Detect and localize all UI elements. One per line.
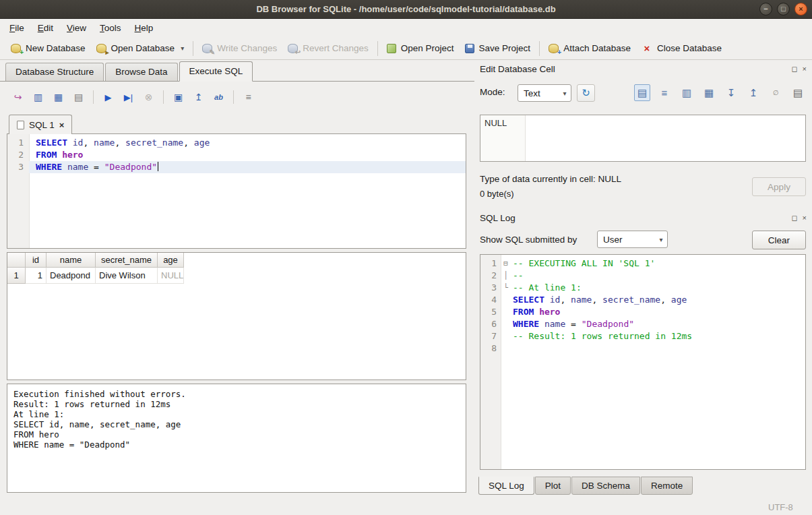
attach-database-button[interactable]: + Attach Database	[543, 40, 636, 57]
close-dock-icon[interactable]: ×	[803, 214, 807, 222]
main-toolbar: + New Database ▸ Open Database ▾ ✎ Write…	[0, 37, 812, 60]
undock-icon[interactable]: ◻	[791, 65, 797, 73]
open-database-icon: ▸	[96, 44, 106, 53]
undock-icon[interactable]: ◻	[791, 214, 797, 222]
print-button[interactable]: ▤	[70, 89, 87, 106]
close-tab-icon[interactable]: ×	[59, 120, 65, 130]
cell-name[interactable]: Deadpond	[46, 268, 96, 284]
sql-tab-label: SQL 1	[29, 120, 55, 130]
execute-all-button[interactable]: ▶	[100, 89, 117, 106]
column-header-age[interactable]: age	[158, 253, 184, 268]
execute-all-icon: ▶	[105, 92, 112, 102]
chevron-down-icon: ▾	[559, 90, 571, 97]
sql-editor[interactable]: 1SELECT id, name, secret_name, age2FROM …	[7, 134, 466, 249]
find-replace-button[interactable]: ab	[210, 89, 227, 106]
log-filter-select[interactable]: User ▾	[597, 231, 668, 248]
column-header-id[interactable]: id	[26, 253, 46, 268]
save-project-label: Save Project	[479, 43, 531, 53]
row-number[interactable]: 1	[7, 268, 26, 284]
tab-sql-1[interactable]: SQL 1 ×	[9, 115, 72, 134]
save-project-button[interactable]: Save Project	[460, 40, 536, 57]
open-sql-file-button[interactable]: ▥	[30, 89, 46, 106]
close-database-button[interactable]: × Close Database	[636, 40, 727, 57]
menu-help[interactable]: Help	[128, 20, 160, 36]
log-filter-label: Show SQL submitted by	[480, 235, 577, 245]
toolbar-separator	[539, 41, 540, 56]
new-database-icon: +	[11, 44, 21, 53]
write-changes-label: Write Changes	[217, 43, 277, 53]
text-mode-button[interactable]: ▤	[634, 84, 650, 101]
cell-age[interactable]: NULL	[158, 268, 184, 284]
auto-apply-button[interactable]: ↻	[577, 84, 595, 102]
menu-edit[interactable]: Edit	[31, 20, 60, 36]
word-wrap-icon: ≡	[662, 87, 668, 98]
apply-button: Apply	[752, 177, 806, 196]
format-sql-button[interactable]: ≡	[240, 89, 257, 106]
save-sql-file-button[interactable]: ▦	[50, 89, 67, 106]
menu-file[interactable]: File	[3, 20, 31, 36]
open-database-button[interactable]: ▸ Open Database ▾	[91, 40, 190, 57]
attach-database-icon: +	[549, 44, 559, 53]
cell-secret-name[interactable]: Dive Wilson	[96, 268, 158, 284]
code-line: 2FROM hero	[7, 149, 466, 161]
close-database-label: Close Database	[657, 43, 722, 53]
save-cell-button[interactable]: ▦	[701, 84, 717, 101]
results-corner	[7, 253, 26, 268]
minimize-button[interactable]: −	[759, 3, 772, 16]
export-cell-button[interactable]: ↥	[745, 84, 761, 101]
cell-id[interactable]: 1	[26, 268, 46, 284]
write-changes-icon: ✎	[202, 44, 212, 53]
table-row[interactable]: 1 1 Deadpond Dive Wilson NULL	[7, 268, 466, 284]
clear-log-button[interactable]: Clear	[752, 231, 806, 249]
import-cell-button[interactable]: ↧	[723, 84, 739, 101]
tab-execute-sql[interactable]: Execute SQL	[179, 61, 253, 82]
print-icon: ▤	[74, 92, 83, 102]
set-null-icon: ∅	[773, 89, 779, 96]
close-dock-icon[interactable]: ×	[803, 65, 807, 73]
set-null-button[interactable]: ∅	[768, 84, 784, 101]
open-project-button[interactable]: Open Project	[381, 40, 460, 57]
new-tab-button[interactable]: ↪	[9, 89, 26, 106]
column-header-secret-name[interactable]: secret_name	[96, 253, 158, 268]
toolbar-separator	[163, 90, 164, 104]
tab-remote[interactable]: Remote	[641, 477, 693, 495]
column-header-name[interactable]: name	[46, 253, 96, 268]
menu-view[interactable]: View	[60, 20, 93, 36]
print-cell-button[interactable]: ▤	[790, 84, 806, 101]
sql-log-view[interactable]: 1⊟-- EXECUTING ALL IN 'SQL 1'2│--3└-- At…	[480, 254, 806, 470]
open-database-dropdown-icon[interactable]: ▾	[181, 44, 184, 52]
copy-button[interactable]: ▥	[679, 84, 695, 101]
attach-database-label: Attach Database	[563, 43, 631, 53]
results-header: id name secret_name age	[7, 253, 466, 268]
cell-value-editor[interactable]: NULL	[480, 115, 806, 162]
maximize-button[interactable]: □	[777, 3, 790, 16]
sql-toolbar: ↪ ▥ ▦ ▤ ▶ ▶| ⊗ ▣ ↥ ab ≡	[9, 88, 257, 107]
code-line: 1SELECT id, name, secret_name, age	[7, 137, 466, 149]
tab-plot[interactable]: Plot	[535, 477, 571, 495]
open-database-label: Open Database	[111, 43, 175, 53]
mode-value: Text	[524, 88, 540, 98]
new-database-button[interactable]: + New Database	[5, 40, 91, 57]
open-project-icon	[387, 44, 396, 53]
tab-browse-data[interactable]: Browse Data	[105, 63, 177, 81]
menu-tools[interactable]: Tools	[93, 20, 128, 36]
export-csv-button[interactable]: ↥	[190, 89, 207, 106]
tab-database-structure[interactable]: Database Structure	[5, 63, 104, 81]
format-sql-icon: ≡	[245, 92, 251, 102]
tab-sql-log[interactable]: SQL Log	[478, 477, 534, 495]
cell-size-text: 0 byte(s)	[480, 189, 514, 199]
mode-select[interactable]: Text ▾	[518, 84, 571, 102]
execute-current-line-button[interactable]: ▶|	[120, 89, 137, 106]
titlebar: DB Browser for SQLite - /home/user/code/…	[0, 0, 812, 19]
save-icon: ▦	[704, 87, 714, 99]
mode-label: Mode:	[480, 87, 505, 97]
code-line: 6WHERE name = "Deadpond"	[480, 318, 805, 330]
word-wrap-button[interactable]: ≡	[656, 84, 673, 101]
tab-db-schema[interactable]: DB Schema	[571, 477, 640, 495]
sql-tabbar: SQL 1 ×	[7, 114, 466, 134]
write-changes-button: ✎ Write Changes	[197, 40, 282, 57]
results-grid[interactable]: id name secret_name age 1 1 Deadpond Div…	[7, 252, 466, 380]
open-in-new-tab-button[interactable]: ▣	[170, 89, 187, 106]
toolbar-separator	[93, 90, 94, 104]
close-window-button[interactable]: ×	[794, 3, 807, 16]
